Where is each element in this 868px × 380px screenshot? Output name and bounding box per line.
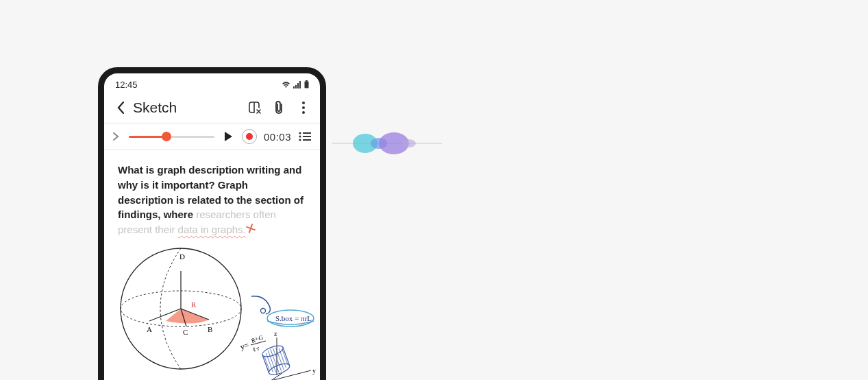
audio-seek-slider[interactable] bbox=[129, 136, 214, 138]
sphere-label-R: R bbox=[191, 300, 197, 309]
status-icons bbox=[282, 80, 309, 88]
status-bar: 12:45 bbox=[104, 73, 320, 95]
svg-point-9 bbox=[299, 132, 301, 134]
note-paragraph: What is graph description writing and wh… bbox=[118, 163, 306, 237]
axis-label-z: z bbox=[274, 330, 277, 337]
svg-rect-3 bbox=[299, 81, 301, 88]
svg-point-11 bbox=[299, 135, 301, 137]
audio-progress-fill bbox=[129, 136, 166, 138]
svg-rect-0 bbox=[293, 86, 295, 88]
svg-point-17 bbox=[261, 308, 266, 313]
svg-rect-12 bbox=[303, 136, 311, 137]
header-bar: Sketch bbox=[104, 95, 320, 123]
svg-point-39 bbox=[402, 139, 416, 147]
sketch-drawing: D R A C B S.box = πrL y= R²·G ℓ·r bbox=[118, 247, 306, 380]
sphere-label-B: B bbox=[208, 325, 212, 333]
bixby-wave-icon bbox=[332, 129, 442, 158]
formula-sbox: S.box = πrL bbox=[275, 314, 312, 322]
svg-rect-2 bbox=[297, 83, 299, 88]
audio-playback-bar: 00:03 bbox=[104, 123, 320, 150]
phone-frame: 12:45 Sketch bbox=[98, 67, 326, 380]
audio-time-elapsed: 00:03 bbox=[264, 131, 291, 143]
record-button[interactable] bbox=[242, 129, 257, 144]
record-dot-icon bbox=[246, 133, 253, 140]
axis-label-y: y bbox=[312, 367, 316, 375]
more-options-button[interactable] bbox=[295, 99, 312, 116]
formula-y-left: y= bbox=[239, 340, 251, 351]
status-time: 12:45 bbox=[115, 80, 138, 90]
svg-point-7 bbox=[302, 106, 305, 109]
svg-point-6 bbox=[302, 102, 305, 104]
page-title: Sketch bbox=[133, 99, 246, 116]
recordings-list-button[interactable] bbox=[298, 130, 312, 143]
svg-line-34 bbox=[282, 349, 288, 365]
svg-rect-14 bbox=[303, 139, 311, 141]
svg-rect-10 bbox=[303, 132, 311, 134]
svg-rect-4 bbox=[306, 80, 308, 82]
reading-mode-button[interactable] bbox=[246, 99, 262, 116]
sphere-label-D: D bbox=[179, 252, 185, 261]
expand-chevron-icon[interactable] bbox=[112, 132, 122, 141]
svg-rect-1 bbox=[295, 85, 297, 88]
battery-icon bbox=[304, 80, 309, 88]
sphere-label-A: A bbox=[147, 325, 152, 333]
sphere-label-C: C bbox=[183, 328, 188, 336]
formula-y-bot: ℓ·r bbox=[252, 344, 260, 353]
annotation-star-icon bbox=[246, 224, 256, 233]
note-content[interactable]: What is graph description writing and wh… bbox=[104, 150, 320, 380]
svg-line-27 bbox=[264, 355, 270, 371]
svg-point-13 bbox=[299, 139, 301, 141]
svg-rect-5 bbox=[305, 82, 309, 88]
audio-seek-thumb[interactable] bbox=[162, 132, 171, 141]
formula-y-top: R²·G bbox=[251, 334, 264, 344]
play-button[interactable] bbox=[221, 130, 235, 143]
signal-icon bbox=[293, 81, 301, 88]
back-button[interactable] bbox=[112, 99, 129, 116]
paragraph-highlighted-part: data in graphs. bbox=[178, 224, 246, 235]
svg-point-8 bbox=[302, 111, 305, 114]
wifi-icon bbox=[282, 81, 290, 88]
attach-button[interactable] bbox=[271, 99, 287, 116]
